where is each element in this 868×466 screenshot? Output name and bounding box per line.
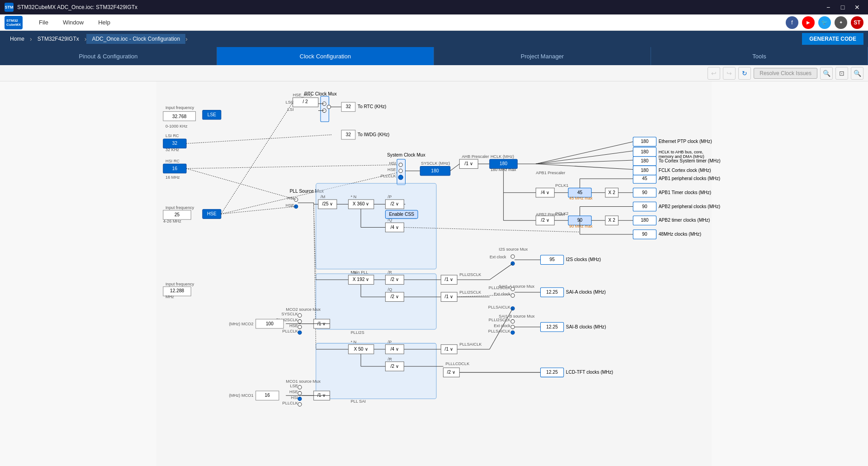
svg-text:/4  ∨: /4 ∨ [541,190,549,195]
svg-text:100: 100 [266,321,274,326]
svg-text:HSE_RTC: HSE_RTC [293,93,312,97]
svg-text:HSE: HSE [289,323,298,328]
menubar: STM32CubeMX File Window Help f ▶ 🐦 ✦ ST [0,14,868,31]
svg-text:95: 95 [549,257,555,262]
svg-text:12.288: 12.288 [170,288,184,293]
svg-text:I2S clocks (MHz): I2S clocks (MHz) [566,257,601,262]
svg-text:25: 25 [175,212,180,217]
bc-device[interactable]: STM32F429IGTx [32,34,85,44]
svg-point-190 [511,255,514,258]
tab-clock[interactable]: Clock Configuration [217,47,434,65]
svg-point-276 [298,397,302,400]
svg-text:90 MHz max: 90 MHz max [569,224,593,228]
svg-text:180: 180 [641,149,648,154]
svg-point-50 [399,169,402,173]
svg-text:/2  ∨: /2 ∨ [541,218,549,223]
svg-text:PLLSAICLK: PLLSAICLK [488,329,511,333]
svg-text:Ext clock: Ext clock [490,255,506,259]
svg-text:/25  ∨: /25 ∨ [322,201,333,206]
toolbar: ↩ ↪ ↻ Resolve Clock Issues 🔍 ⊡ 🔍 [0,65,868,81]
close-button[interactable]: ✕ [851,1,863,14]
social-icon-4[interactable]: ✦ [835,16,847,29]
svg-point-260 [298,325,302,329]
svg-text:180: 180 [641,218,648,223]
refresh-button[interactable]: ↻ [738,67,751,80]
svg-text:/2  ∨: /2 ∨ [391,294,399,299]
generate-code-button[interactable]: GENERATE CODE [802,33,863,45]
st-icon[interactable]: ST [851,16,863,29]
svg-text:/4  ∨: /4 ∨ [391,347,399,352]
svg-point-258 [298,319,302,323]
svg-rect-167 [316,274,436,329]
svg-text:180: 180 [641,139,648,144]
svg-text:PLLI2S: PLLI2S [351,330,364,335]
svg-point-44 [327,105,330,109]
svg-text:180: 180 [500,161,507,166]
svg-text:To Cortex System timer (MHz): To Cortex System timer (MHz) [659,158,721,163]
redo-button[interactable]: ↪ [723,67,736,80]
svg-text:PLLCLK: PLLCLK [283,329,298,333]
zoom-fit-button[interactable]: ⊡ [835,67,848,80]
svg-point-49 [399,163,402,166]
tab-tools[interactable]: Tools [651,47,868,65]
svg-text:16 MHz: 16 MHz [165,175,180,180]
svg-point-216 [511,325,514,329]
social-icon-3[interactable]: 🐦 [818,16,831,29]
svg-text:Input frequency: Input frequency [165,205,194,210]
app-logo: STM [5,3,14,12]
titlebar-controls[interactable]: − □ ✕ [822,1,863,14]
breadcrumb-nav: Home › STM32F429IGTx › ADC_Once.ioc - Cl… [5,34,188,44]
svg-point-256 [298,314,302,317]
svg-point-278 [298,403,302,406]
svg-text:/2  ∨: /2 ∨ [391,277,399,282]
svg-text:PLLCLK: PLLCLK [283,401,298,405]
svg-text:PLLCLK: PLLCLK [381,174,396,178]
svg-text:HCLK (MHz): HCLK (MHz) [491,154,514,159]
svg-text:/ 2: / 2 [303,99,308,104]
svg-text:* N: * N [351,270,357,275]
svg-text:45: 45 [577,190,583,195]
svg-text:APB1 Prescaler: APB1 Prescaler [536,171,565,175]
svg-text:MCO2 source Mux: MCO2 source Mux [286,307,321,312]
svg-point-158 [398,175,403,180]
svg-text:90: 90 [642,190,647,195]
help-menu[interactable]: Help [91,16,118,29]
zoom-in-button[interactable]: 🔍 [820,67,833,80]
file-menu[interactable]: File [32,16,56,29]
window-title: STM32CubeMX ADC_Once.ioc: STM32F429IGTx [17,4,137,10]
svg-text:HSE: HSE [207,211,217,216]
resolve-clock-button[interactable]: Resolve Clock Issues [754,68,817,79]
svg-text:/P: /P [388,340,392,344]
zoom-out-button[interactable]: 🔍 [851,67,863,80]
svg-text:/1  ∨: /1 ∨ [445,294,453,299]
svg-text:32.768: 32.768 [172,114,187,119]
svg-text:HSI RC: HSI RC [165,159,180,163]
input-freq-label-1: Input frequency [165,105,194,110]
menu-left: STM32CubeMX File Window Help [5,16,118,29]
bc-current[interactable]: ADC_Once.ioc - Clock Configuration [86,34,185,44]
svg-text:LSI RC: LSI RC [165,133,179,138]
svg-text:HSE: HSE [286,203,294,208]
svg-point-274 [298,391,302,395]
svg-text:PCLK1: PCLK1 [555,183,568,188]
svg-text:SYSCLK: SYSCLK [282,312,298,316]
undo-button[interactable]: ↩ [708,67,720,80]
minimize-button[interactable]: − [822,1,835,14]
svg-text:X 50  ∨: X 50 ∨ [354,347,368,352]
svg-text:HSI: HSI [389,161,396,166]
maximize-button[interactable]: □ [836,1,849,14]
svg-text:X 2: X 2 [609,190,616,195]
svg-point-136 [294,198,298,201]
tab-pinout[interactable]: Pinout & Configuration [0,47,217,65]
window-menu[interactable]: Window [56,16,91,29]
tabbar: Pinout & Configuration Clock Configurati… [0,47,868,65]
social-icon-2[interactable]: ▶ [802,16,815,29]
svg-text:12.25: 12.25 [546,324,558,329]
tab-project[interactable]: Project Manager [434,47,651,65]
bc-home[interactable]: Home [5,34,30,44]
svg-text:/4  ∨: /4 ∨ [391,225,399,230]
svg-text:180: 180 [641,168,648,173]
social-icon-1[interactable]: f [786,16,798,29]
svg-text:16: 16 [172,166,178,171]
svg-text:LSI: LSI [288,107,294,112]
